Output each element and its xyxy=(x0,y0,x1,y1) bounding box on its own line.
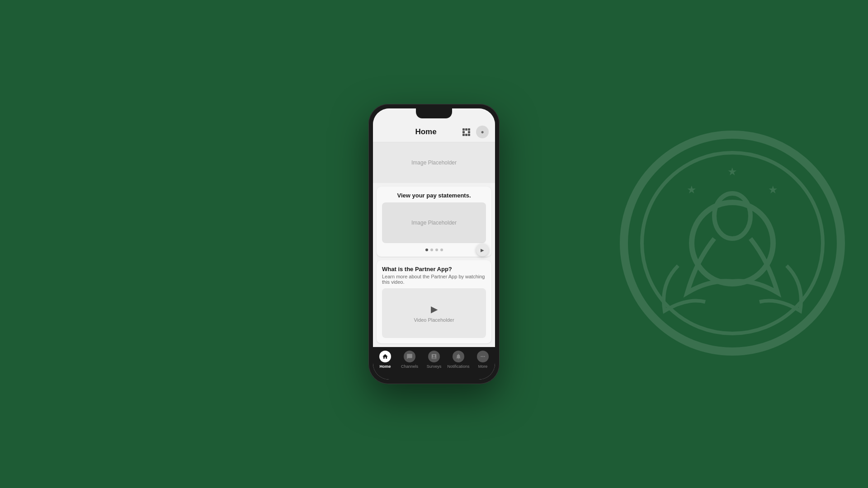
pay-statements-card[interactable]: View your pay statements. Image Placehol… xyxy=(377,187,491,257)
surveys-icon xyxy=(431,353,437,360)
tab-home[interactable]: Home xyxy=(373,351,397,369)
home-icon-bg xyxy=(379,351,391,362)
carousel-dots: ▶ xyxy=(382,247,486,253)
pay-statements-title: View your pay statements. xyxy=(382,192,486,199)
qr-code-button[interactable] xyxy=(460,126,472,138)
svg-point-1 xyxy=(642,153,823,333)
tab-surveys-label: Surveys xyxy=(427,364,442,369)
tab-notifications-label: Notifications xyxy=(447,364,469,369)
video-placeholder-label: Video Placeholder xyxy=(414,317,454,323)
top-banner-placeholder: Image Placeholder xyxy=(411,160,457,166)
profile-button[interactable]: ● xyxy=(476,126,489,138)
home-icon xyxy=(382,353,388,360)
carousel-next-button[interactable]: ▶ xyxy=(476,244,489,256)
tab-channels[interactable]: Channels xyxy=(397,351,422,369)
notch xyxy=(416,108,452,118)
header-icons: ● xyxy=(460,126,489,138)
tab-surveys[interactable]: Surveys xyxy=(422,351,446,369)
dot-3 xyxy=(435,249,438,251)
main-content: Image Placeholder View your pay statemen… xyxy=(373,142,495,347)
profile-icon: ● xyxy=(481,129,484,135)
tab-more[interactable]: More xyxy=(471,351,495,369)
dot-4 xyxy=(440,249,443,251)
svg-text:★: ★ xyxy=(687,183,697,196)
page-title: Home xyxy=(392,127,460,136)
dot-2 xyxy=(430,249,433,251)
tab-home-label: Home xyxy=(379,364,391,369)
dot-1 xyxy=(425,249,428,251)
surveys-icon-bg xyxy=(428,351,440,362)
pay-statements-placeholder: Image Placeholder xyxy=(411,220,457,226)
partner-app-subtitle: Learn more about the Partner App by watc… xyxy=(382,274,486,285)
svg-point-3 xyxy=(714,193,750,239)
top-banner-image: Image Placeholder xyxy=(373,142,495,183)
svg-point-0 xyxy=(624,135,841,352)
pay-statements-image: Image Placeholder xyxy=(382,202,486,243)
more-icon xyxy=(480,353,486,360)
notifications-icon-bg xyxy=(453,351,464,362)
app-header: Home ● xyxy=(373,122,495,142)
svg-text:★: ★ xyxy=(768,183,778,196)
channels-icon-bg xyxy=(404,351,415,362)
tab-notifications[interactable]: Notifications xyxy=(446,351,471,369)
notifications-icon xyxy=(455,353,462,360)
starbucks-watermark: ★ ★ ★ xyxy=(615,126,850,362)
tab-channels-label: Channels xyxy=(401,364,418,369)
more-icon-bg xyxy=(477,351,489,362)
phone-shell: Home ● xyxy=(368,104,500,384)
partner-app-card[interactable]: What is the Partner App? Learn more abou… xyxy=(377,260,491,343)
play-icon: ▶ xyxy=(431,304,438,314)
phone-screen: Home ● xyxy=(373,108,495,380)
partner-app-title: What is the Partner App? xyxy=(382,266,486,272)
video-placeholder[interactable]: ▶ Video Placeholder xyxy=(382,288,486,338)
tab-more-label: More xyxy=(478,364,488,369)
channels-icon xyxy=(406,353,413,360)
tab-bar: Home Channels Surveys xyxy=(373,347,495,380)
svg-point-2 xyxy=(692,202,773,284)
qr-code-icon xyxy=(462,128,470,136)
svg-text:★: ★ xyxy=(727,165,737,178)
